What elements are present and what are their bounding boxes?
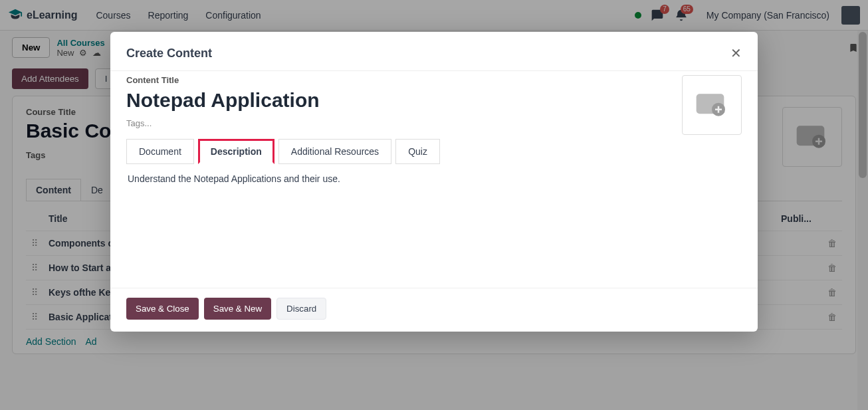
content-title-label: Content Title	[126, 75, 669, 85]
tab-additional-resources[interactable]: Additional Resources	[278, 139, 391, 164]
tab-description[interactable]: Description	[198, 139, 274, 164]
modal-title: Create Content	[126, 47, 212, 60]
create-content-modal: Create Content ✕ Content Title Notepad A…	[110, 32, 758, 332]
tags-input[interactable]: Tags...	[126, 118, 669, 128]
discard-button[interactable]: Discard	[276, 298, 326, 320]
content-title-input[interactable]: Notepad Application	[126, 89, 669, 112]
modal-tabs: Document Description Additional Resource…	[126, 139, 742, 164]
content-image-placeholder[interactable]	[682, 75, 742, 135]
description-textarea[interactable]: Understand the Notepad Applications and …	[126, 164, 742, 277]
tab-document[interactable]: Document	[126, 139, 194, 164]
save-close-button[interactable]: Save & Close	[126, 298, 199, 320]
tab-quiz[interactable]: Quiz	[395, 139, 440, 164]
close-icon[interactable]: ✕	[730, 45, 742, 61]
save-new-button[interactable]: Save & New	[204, 298, 271, 320]
